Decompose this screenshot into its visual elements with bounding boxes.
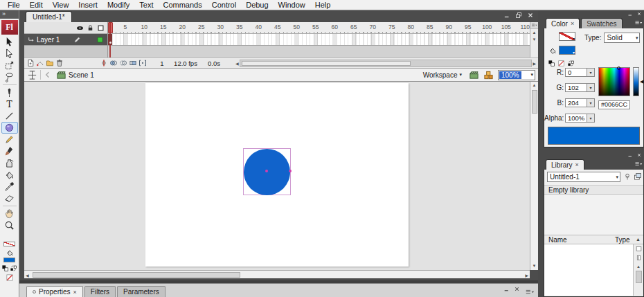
- frames-scroll-thumb[interactable]: [242, 61, 411, 66]
- black-white-button[interactable]: [1, 264, 9, 272]
- selection-tool[interactable]: [1, 36, 18, 48]
- pasteboard-toggle-icon[interactable]: [27, 70, 37, 80]
- insert-layer-icon[interactable]: [26, 59, 35, 67]
- library-item-list[interactable]: [544, 244, 633, 296]
- tab-properties[interactable]: Properties×: [26, 286, 83, 297]
- menu-view[interactable]: View: [48, 1, 74, 9]
- ink-bottle-tool[interactable]: [1, 157, 18, 169]
- timeline-vertical-scrollbar[interactable]: ▲ ▼: [530, 22, 538, 57]
- edit-scene-icon[interactable]: [469, 70, 479, 80]
- close-icon[interactable]: [636, 11, 642, 17]
- canvas-scroll-right-arrow[interactable]: ▶: [525, 273, 528, 278]
- tab-swatches[interactable]: Swatches: [581, 18, 622, 28]
- no-color-button[interactable]: [557, 60, 565, 67]
- swap-colors-button[interactable]: [567, 60, 575, 67]
- channel-stepper-icon[interactable]: ▾: [587, 98, 595, 107]
- new-library-panel-icon[interactable]: [634, 172, 642, 181]
- edit-multiple-frames-icon[interactable]: [129, 59, 137, 67]
- wide-library-view-icon[interactable]: [636, 246, 642, 252]
- eyedropper-tool[interactable]: [1, 181, 18, 192]
- outline-all-layers-icon[interactable]: [97, 24, 105, 32]
- subselection-tool[interactable]: [1, 48, 18, 60]
- slider-arrow-icon[interactable]: ◀: [640, 79, 643, 84]
- edit-symbols-icon[interactable]: [483, 70, 494, 80]
- sort-order-icon[interactable]: ▲: [636, 237, 641, 242]
- no-color-button[interactable]: [6, 273, 14, 282]
- channel-value-field[interactable]: 102: [565, 83, 587, 92]
- library-document-select[interactable]: Untitled-1 ▾: [547, 172, 620, 182]
- properties-panel-menu-icon[interactable]: [525, 287, 535, 297]
- minimize-icon[interactable]: [503, 12, 510, 19]
- frame-rate-indicator[interactable]: 12.0 fps: [169, 60, 202, 67]
- column-header-type[interactable]: Type: [615, 236, 630, 244]
- tab-color[interactable]: Color ×: [546, 18, 580, 28]
- delete-layer-icon[interactable]: [55, 59, 64, 67]
- stroke-color-control[interactable]: ▾: [559, 32, 575, 41]
- channel-value-field[interactable]: 204: [565, 98, 587, 107]
- oval-tool[interactable]: [1, 122, 18, 134]
- canvas-scroll-down-arrow[interactable]: ▼: [530, 262, 538, 270]
- zoom-combo-caret-icon[interactable]: ▾: [530, 72, 533, 78]
- center-frame-icon[interactable]: [100, 59, 108, 67]
- line-tool[interactable]: [1, 110, 18, 122]
- paint-bucket-tool[interactable]: [1, 169, 18, 181]
- pencil-tool[interactable]: [1, 134, 18, 145]
- back-arrow-icon[interactable]: [44, 71, 52, 79]
- layer-frames-row[interactable]: [108, 34, 530, 45]
- close-icon[interactable]: [527, 12, 534, 19]
- menu-edit[interactable]: Edit: [25, 1, 48, 9]
- stroke-color-swatch[interactable]: [3, 242, 15, 246]
- collapse-tools-button[interactable]: »: [0, 10, 19, 19]
- fill-color-swatch[interactable]: [3, 258, 15, 262]
- tab-close-icon[interactable]: ×: [575, 161, 579, 168]
- insert-layer-folder-icon[interactable]: [46, 59, 54, 67]
- onion-skin-icon[interactable]: [109, 59, 118, 67]
- library-scrollbar[interactable]: ▲: [633, 244, 643, 296]
- timeline-ruler[interactable]: 5101520253035404550556065707580859095100…: [108, 22, 530, 34]
- tab-close-icon[interactable]: ×: [571, 20, 574, 27]
- frames-scroll-left-arrow[interactable]: ◀: [235, 61, 239, 66]
- type-select[interactable]: Solid ▾: [604, 33, 640, 43]
- library-scroll-up-arrow[interactable]: ▲: [634, 264, 643, 269]
- timeline-panel-menu-icon[interactable]: [530, 22, 538, 29]
- swap-colors-button[interactable]: [10, 264, 17, 272]
- tab-close-icon[interactable]: ×: [73, 289, 77, 296]
- pin-library-icon[interactable]: [623, 172, 632, 181]
- fill-color-control[interactable]: ▾: [559, 46, 575, 55]
- column-header-name[interactable]: Name: [548, 236, 567, 244]
- close-icon[interactable]: [514, 286, 520, 292]
- free-transform-tool[interactable]: [1, 60, 18, 71]
- minimize-icon[interactable]: [627, 11, 633, 17]
- brightness-slider[interactable]: [633, 67, 639, 96]
- menu-window[interactable]: Window: [274, 1, 310, 9]
- lock-all-layers-icon[interactable]: [87, 24, 94, 32]
- layer-outline-color-icon[interactable]: [96, 36, 104, 44]
- pen-tool[interactable]: [1, 87, 18, 98]
- shape-edge-handle[interactable]: [289, 170, 292, 172]
- canvas-vertical-scrollbar[interactable]: ▲ ▼: [530, 82, 538, 270]
- modify-onion-markers-icon[interactable]: [138, 59, 147, 67]
- menu-help[interactable]: Help: [310, 1, 336, 9]
- canvas-vscroll-thumb[interactable]: [532, 90, 537, 114]
- lasso-tool[interactable]: [1, 71, 18, 83]
- hand-tool[interactable]: [1, 208, 18, 219]
- scroll-down-arrow[interactable]: ▼: [530, 36, 538, 43]
- scroll-up-arrow[interactable]: ▲: [530, 29, 538, 36]
- show-hide-all-layers-icon[interactable]: [76, 24, 84, 32]
- zoom-tool[interactable]: [1, 219, 18, 231]
- frames-horizontal-scrollbar[interactable]: [240, 60, 533, 67]
- canvas-scroll-left-arrow[interactable]: ◀: [26, 273, 29, 278]
- menu-text[interactable]: Text: [134, 1, 158, 9]
- hex-value-field[interactable]: #0066CC: [598, 100, 630, 109]
- menu-file[interactable]: File: [3, 1, 25, 9]
- minimize-icon[interactable]: [627, 152, 633, 158]
- restore-icon[interactable]: [515, 12, 522, 19]
- minimize-icon[interactable]: [503, 286, 510, 292]
- black-white-button[interactable]: [548, 60, 555, 67]
- color-panel-menu-icon[interactable]: [634, 19, 643, 27]
- color-picker-gradient[interactable]: [598, 67, 630, 96]
- canvas-area[interactable]: [24, 82, 530, 270]
- menu-insert[interactable]: Insert: [73, 1, 102, 9]
- menu-commands[interactable]: Commands: [158, 1, 206, 9]
- tab-library[interactable]: Library ×: [546, 159, 584, 170]
